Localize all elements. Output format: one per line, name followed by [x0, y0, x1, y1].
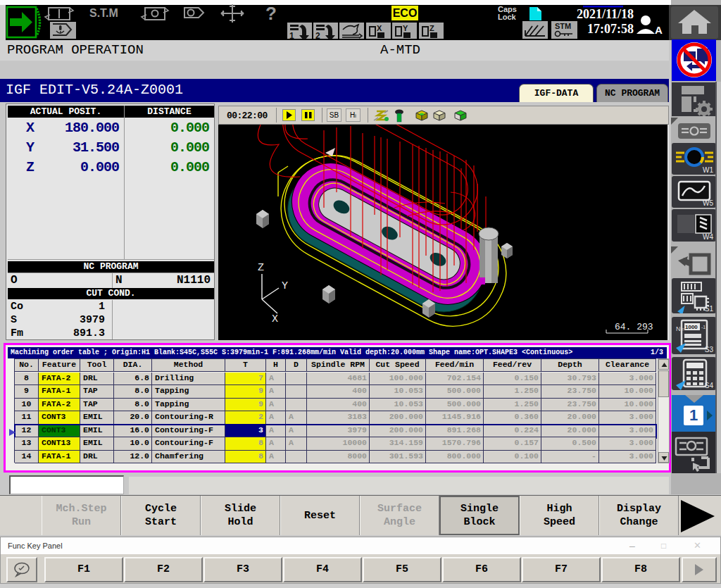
svg-text:1: 1	[289, 31, 294, 39]
svg-text:X: X	[377, 24, 382, 32]
svg-text:Lock: Lock	[498, 13, 517, 21]
svg-text:X: X	[272, 313, 278, 325]
svg-text:ECO: ECO	[393, 7, 418, 19]
svg-text:Z: Z	[430, 24, 434, 32]
svg-text:Y: Y	[403, 24, 408, 32]
svg-text:?: ?	[265, 3, 277, 24]
svg-text:Z: Z	[258, 262, 264, 274]
svg-text:1000: 1000	[685, 324, 698, 330]
svg-text:S.T.M: S.T.M	[89, 7, 118, 19]
svg-text:Y: Y	[282, 280, 288, 292]
svg-text:2: 2	[315, 31, 320, 39]
svg-text:64. 293: 64. 293	[615, 322, 653, 332]
svg-text:2021/11/18: 2021/11/18	[577, 7, 634, 21]
svg-text:-1: -1	[701, 325, 706, 330]
svg-text:17:07:58: 17:07:58	[587, 22, 634, 36]
svg-text:N=: N=	[676, 325, 684, 332]
svg-text:STM: STM	[555, 22, 571, 30]
svg-text:A: A	[655, 24, 663, 36]
